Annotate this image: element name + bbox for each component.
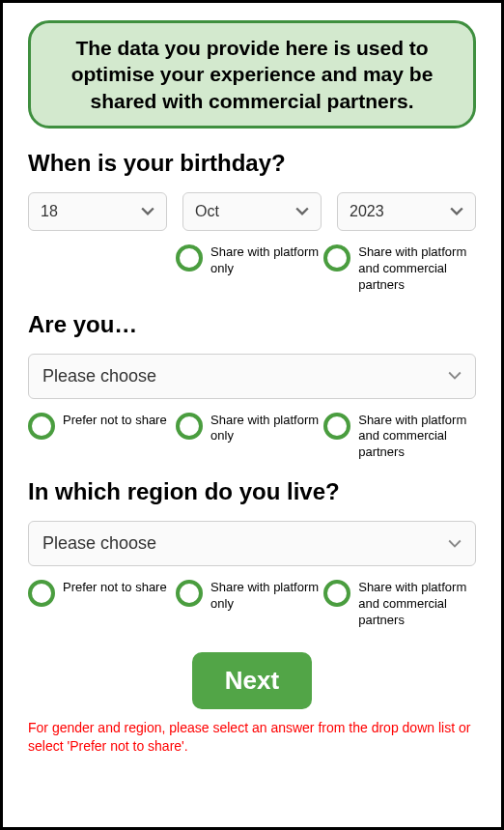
region-select[interactable]: Please choose xyxy=(28,521,476,566)
chevron-down-icon xyxy=(295,205,309,218)
radio-label: Share with platform only xyxy=(210,244,323,277)
radio-button[interactable] xyxy=(323,580,350,607)
chevron-down-icon xyxy=(448,537,462,551)
radio-label: Share with platform and commercial partn… xyxy=(358,244,476,294)
radio-label: Prefer not to share xyxy=(63,580,167,596)
chevron-down-icon xyxy=(141,205,154,218)
birthday-selects: 18 Oct 2023 xyxy=(28,192,476,231)
region-share-all: Share with platform and commercial partn… xyxy=(323,580,476,629)
region-select-wrap: Please choose xyxy=(28,521,476,566)
gender-placeholder: Please choose xyxy=(42,366,156,386)
radio-label: Share with platform and commercial partn… xyxy=(358,413,476,462)
radio-button[interactable] xyxy=(323,413,350,440)
gender-share-all: Share with platform and commercial partn… xyxy=(323,413,476,462)
birthday-share-platform: Share with platform only xyxy=(176,244,323,294)
gender-question: Are you… xyxy=(28,311,476,338)
chevron-down-icon xyxy=(450,205,463,218)
empty-cell xyxy=(28,244,176,294)
form-frame: The data you provide here is used to opt… xyxy=(0,0,504,830)
birthday-day-value: 18 xyxy=(41,203,58,220)
gender-prefer-not: Prefer not to share xyxy=(28,413,176,462)
privacy-notice: The data you provide here is used to opt… xyxy=(28,20,476,129)
birthday-share-row: Share with platform only Share with plat… xyxy=(28,244,476,294)
region-placeholder: Please choose xyxy=(42,533,156,554)
birthday-question: When is your birthday? xyxy=(28,150,476,177)
radio-button[interactable] xyxy=(176,244,203,272)
gender-select-wrap: Please choose xyxy=(28,354,476,399)
birthday-month-value: Oct xyxy=(195,203,219,220)
region-prefer-not: Prefer not to share xyxy=(28,580,176,629)
birthday-year-value: 2023 xyxy=(350,203,384,220)
region-share-platform: Share with platform only xyxy=(176,580,323,629)
region-share-row: Prefer not to share Share with platform … xyxy=(28,580,476,629)
next-button[interactable]: Next xyxy=(192,652,312,709)
radio-button[interactable] xyxy=(28,580,55,607)
birthday-share-all: Share with platform and commercial partn… xyxy=(323,244,476,294)
region-question: In which region do you live? xyxy=(28,478,476,505)
radio-label: Share with platform only xyxy=(210,580,323,613)
chevron-down-icon xyxy=(448,369,462,383)
birthday-day-select[interactable]: 18 xyxy=(28,192,167,231)
birthday-year-select[interactable]: 2023 xyxy=(337,192,476,231)
error-message: For gender and region, please select an … xyxy=(28,719,476,756)
gender-share-platform: Share with platform only xyxy=(176,413,323,462)
gender-select[interactable]: Please choose xyxy=(28,354,476,399)
gender-share-row: Prefer not to share Share with platform … xyxy=(28,413,476,462)
radio-button[interactable] xyxy=(323,244,350,272)
birthday-month-select[interactable]: Oct xyxy=(182,192,322,231)
radio-button[interactable] xyxy=(28,413,55,440)
radio-button[interactable] xyxy=(176,413,203,440)
radio-button[interactable] xyxy=(176,580,203,607)
radio-label: Share with platform and commercial partn… xyxy=(358,580,476,629)
radio-label: Share with platform only xyxy=(210,413,323,445)
radio-label: Prefer not to share xyxy=(63,413,167,429)
